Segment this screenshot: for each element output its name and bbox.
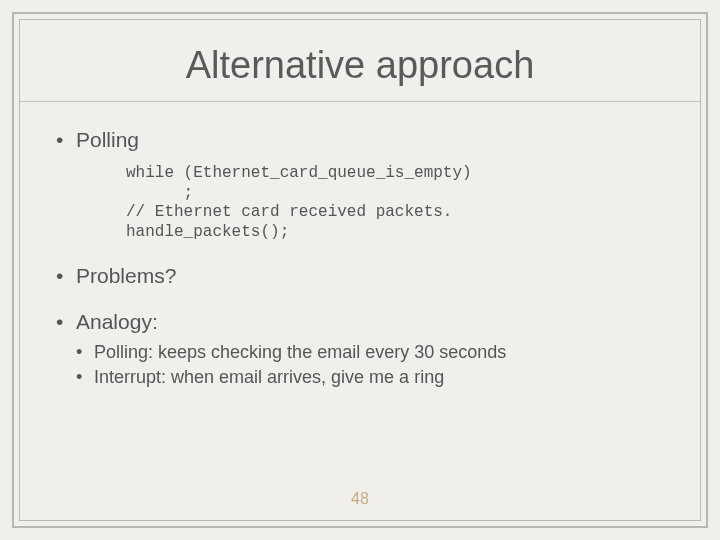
- bullet-analogy: Analogy: Polling: keeps checking the ema…: [54, 310, 666, 388]
- sub-list: Polling: keeps checking the email every …: [76, 342, 666, 388]
- bullet-polling: Polling while (Ethernet_card_queue_is_em…: [54, 128, 666, 242]
- bullet-polling-label: Polling: [76, 128, 139, 151]
- sub-polling: Polling: keeps checking the email every …: [76, 342, 666, 363]
- bullet-list: Polling while (Ethernet_card_queue_is_em…: [54, 128, 666, 388]
- outer-frame: Alternative approach Polling while (Ethe…: [12, 12, 708, 528]
- bullet-analogy-label: Analogy:: [76, 310, 158, 333]
- bullet-problems-label: Problems?: [76, 264, 176, 287]
- sub-interrupt: Interrupt: when email arrives, give me a…: [76, 367, 666, 388]
- bullet-problems: Problems?: [54, 264, 666, 288]
- page-number: 48: [20, 490, 700, 508]
- slide-title: Alternative approach: [54, 44, 666, 87]
- code-block: while (Ethernet_card_queue_is_empty) ; /…: [126, 164, 666, 242]
- inner-frame: Alternative approach Polling while (Ethe…: [19, 19, 701, 521]
- title-rule: [20, 101, 700, 102]
- slide: Alternative approach Polling while (Ethe…: [0, 0, 720, 540]
